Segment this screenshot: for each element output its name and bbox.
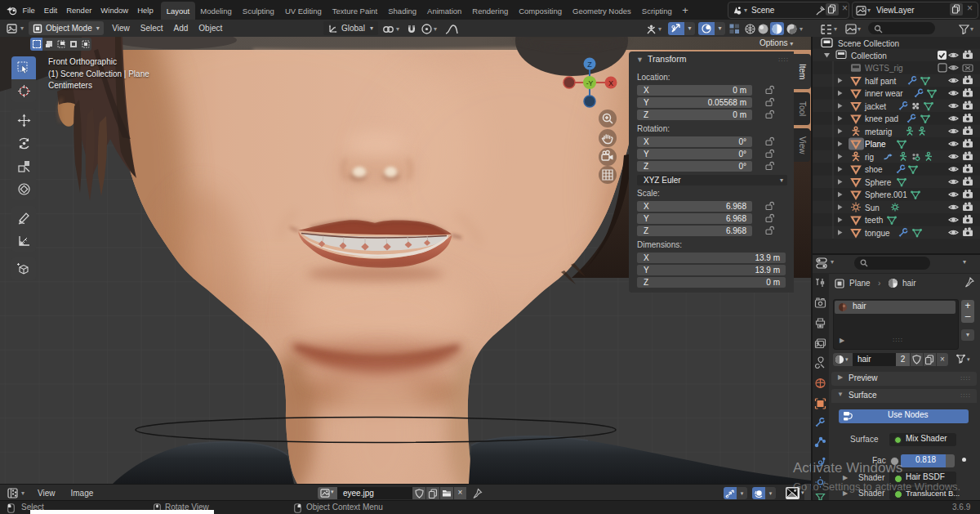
svg-text:Sphere: Sphere [865,178,892,187]
svg-text:Scene Collection: Scene Collection [838,39,899,48]
svg-text:half pant: half pant [865,77,897,86]
svg-text:Plane: Plane [865,140,886,149]
svg-text:rig: rig [865,153,874,162]
svg-text:X: X [608,79,613,87]
svg-text:WGTS_rig: WGTS_rig [865,64,903,73]
svg-text:-Y: -Y [586,79,594,87]
svg-text:inner wear: inner wear [865,89,903,98]
svg-text:tongue: tongue [865,229,890,238]
svg-text:knee pad: knee pad [865,114,898,123]
svg-text:shoe: shoe [865,165,883,174]
svg-text:Sun: Sun [865,203,880,212]
svg-text:metarig: metarig [865,127,892,136]
svg-text:teeth: teeth [865,216,883,225]
svg-text:Z: Z [587,60,592,69]
svg-text:Sphere.001: Sphere.001 [865,190,907,199]
svg-text:jacket: jacket [864,102,886,111]
svg-text:Collection: Collection [851,51,887,60]
